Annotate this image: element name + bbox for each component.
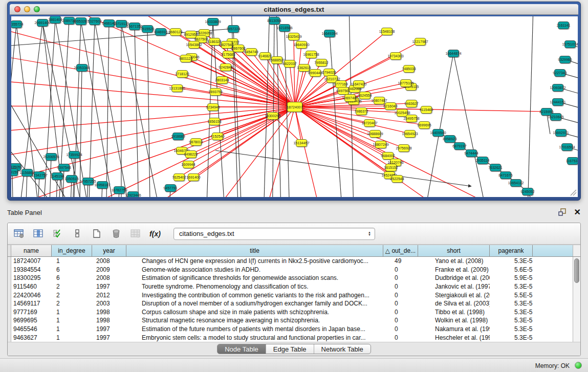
graph-node[interactable]: 15688520 <box>271 56 282 64</box>
graph-node[interactable]: 7632621 <box>490 164 501 171</box>
table-cell[interactable]: 0 <box>383 266 418 274</box>
table-cell[interactable]: 0 <box>383 282 418 291</box>
table-cell[interactable]: 2012 <box>92 291 126 299</box>
table-row[interactable]: 1456911722003Disruption of a novel membe… <box>11 299 573 308</box>
table-cell[interactable]: 1 <box>52 257 92 266</box>
table-cell[interactable]: 5.3E-5 <box>490 308 533 317</box>
table-cell[interactable]: Estimation of significance thresholds fo… <box>126 274 383 282</box>
graph-node[interactable]: 8813054 <box>269 17 280 25</box>
graph-node[interactable]: 19654923 <box>404 130 416 138</box>
table-row[interactable]: 969969511998Structural magnetic resonanc… <box>11 316 573 325</box>
graph-node[interactable]: 29756928 <box>398 144 409 152</box>
graph-node[interactable]: 2718120 <box>177 70 188 78</box>
graph-node[interactable]: 17016504 <box>561 143 573 151</box>
table-cell[interactable]: Tourette syndrome. Phenomenology and cla… <box>126 282 383 291</box>
table-cell[interactable]: 9465546 <box>11 325 52 334</box>
column-header-in_degree[interactable]: in_degree <box>52 245 92 256</box>
table-cell[interactable]: Dudbridge et al. (2008) <box>418 274 490 282</box>
column-header-title[interactable]: title <box>126 245 383 256</box>
graph-node[interactable]: 12923446 <box>127 191 139 198</box>
table-cell[interactable]: Corpus callosum shape and size in male p… <box>126 308 383 317</box>
table-cell[interactable]: 0 <box>383 333 418 342</box>
graph-node[interactable]: 20053346 <box>76 64 88 72</box>
graph-node[interactable]: 12093872 <box>552 84 563 92</box>
graph-node[interactable]: 7857224 <box>228 25 239 33</box>
graph-node[interactable]: 2935114 <box>477 157 488 164</box>
graph-node[interactable]: 1691400 <box>188 173 199 181</box>
table-cell[interactable]: 2003 <box>92 299 126 308</box>
tab-network-table[interactable]: Network Table <box>314 344 371 354</box>
vertical-scrollbar[interactable] <box>573 257 580 342</box>
graph-node[interactable]: 9175685 <box>223 51 234 58</box>
graph-node[interactable]: 16961758 <box>306 51 317 58</box>
table-cell[interactable]: 1 <box>52 316 92 325</box>
table-cell[interactable]: Franke et al. (2009) <box>418 266 490 274</box>
table-cell[interactable]: 6 <box>52 274 92 282</box>
graph-node[interactable]: 7625402 <box>173 173 185 181</box>
table-cell[interactable]: 5.6E-5 <box>490 266 533 274</box>
delete-icon[interactable] <box>110 228 122 240</box>
table-cell[interactable]: 2 <box>52 299 92 308</box>
table-cell[interactable]: 9463627 <box>11 333 52 342</box>
table-cell[interactable]: de Silva et al. (2003) <box>418 299 490 308</box>
graph-node[interactable]: 16671358 <box>129 23 140 30</box>
table-cell[interactable]: 9777169 <box>11 308 52 317</box>
graph-node[interactable]: 7955812 <box>316 59 327 67</box>
table-row[interactable]: 2242004622012Investigating the contribut… <box>11 291 573 299</box>
graph-node[interactable]: 8958923 <box>444 135 455 143</box>
graph-node[interactable]: 10697480 <box>344 94 356 102</box>
graph-node[interactable]: 15134457 <box>296 139 307 147</box>
new-file-icon[interactable] <box>91 228 103 240</box>
table-cell[interactable]: Changes of HCN gene expression and I(f) … <box>126 257 383 266</box>
table-cell[interactable]: 1998 <box>92 316 126 325</box>
table-row[interactable]: 946554611997Estimation of the future num… <box>11 325 573 334</box>
graph-node[interactable]: 9457791 <box>165 184 176 192</box>
float-panel-icon[interactable] <box>558 208 567 216</box>
table-cell[interactable]: 0 <box>383 299 418 308</box>
graph-node[interactable]: 2867608 <box>233 45 244 52</box>
graph-node[interactable]: 1362615 <box>298 64 310 72</box>
tab-edge-table[interactable]: Edge Table <box>266 344 314 354</box>
graph-node[interactable]: 1167533 <box>567 157 578 165</box>
graph-node[interactable]: 12342757 <box>34 171 45 179</box>
table-cell[interactable]: Investigating the contribution of common… <box>126 291 383 299</box>
table-cell[interactable]: 2008 <box>92 274 126 282</box>
graph-node[interactable]: 2803144 <box>216 76 228 84</box>
graph-node[interactable]: 9234946 <box>207 103 219 111</box>
graph-node[interactable]: 10719135 <box>116 20 127 28</box>
window-titlebar[interactable]: citations_edges.txt <box>10 4 578 15</box>
graph-node[interactable]: 20206576 <box>46 153 57 161</box>
graph-node[interactable]: 9463627 <box>406 100 417 107</box>
graph-node[interactable]: 12217987 <box>415 38 426 46</box>
table-cell[interactable]: 1997 <box>92 325 126 334</box>
graph-node[interactable]: 16409540 <box>432 129 444 137</box>
column-header-year[interactable]: year <box>92 245 126 256</box>
select-column-icon[interactable] <box>32 228 45 240</box>
graph-node[interactable]: 19734303 <box>390 52 401 60</box>
table-cell[interactable]: 1998 <box>92 308 126 317</box>
graph-node[interactable]: 19218586 <box>279 24 290 32</box>
graph-node[interactable]: 9474444 <box>466 149 477 157</box>
graph-node[interactable]: 18775105 <box>400 79 411 87</box>
table-cell[interactable]: 0 <box>383 316 418 325</box>
graph-node[interactable]: 7986372 <box>356 107 367 115</box>
column-header-out_de[interactable]: △ out_de... <box>383 245 418 256</box>
graph-node[interactable]: 6216043 <box>385 102 396 110</box>
graph-node[interactable]: 1145194 <box>52 172 63 180</box>
table-cell[interactable]: Nakamura et al. (1997) <box>418 325 490 334</box>
graph-node[interactable]: 7485033 <box>403 65 415 73</box>
graph-node[interactable]: 939159 <box>11 168 18 176</box>
table-cell[interactable]: 0 <box>383 274 418 282</box>
table-cell[interactable]: Genome-wide association studies in ADHD. <box>126 266 383 274</box>
graph-node[interactable]: 12444151 <box>552 98 563 106</box>
table-cell[interactable]: 2008 <box>92 257 126 266</box>
graph-node[interactable]: 7893759 <box>210 88 221 96</box>
graph-node[interactable]: 16210645 <box>550 113 561 121</box>
graph-node[interactable]: 8822037 <box>284 60 295 68</box>
graph-node[interactable]: 1609944 <box>183 161 194 168</box>
graph-node[interactable]: 9397548 <box>58 164 70 171</box>
table-cell[interactable]: 1 <box>52 308 92 317</box>
graph-node[interactable]: 9827548 <box>221 41 232 49</box>
table-cell[interactable]: 1997 <box>92 333 126 342</box>
graph-node[interactable]: 1856158 <box>209 118 220 125</box>
